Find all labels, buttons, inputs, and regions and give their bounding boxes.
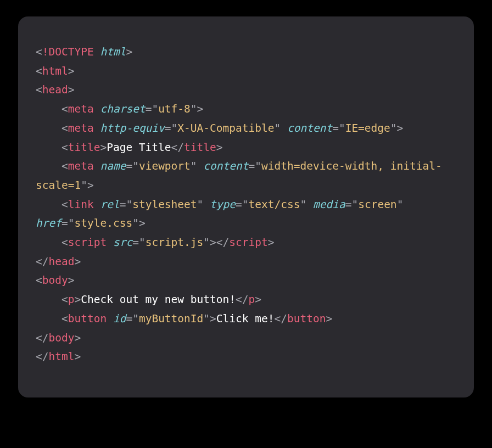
line-title: <title>Page Title</title>: [36, 141, 223, 154]
line-button: <button id="myButtonId">Click me!</butto…: [36, 312, 332, 325]
line-head-close: </head>: [36, 255, 81, 268]
code-snippet: <!DOCTYPE html> <html> <head> <meta char…: [18, 16, 474, 397]
line-body-close: </body>: [36, 332, 81, 344]
line-meta-charset: <meta charset="utf-8">: [36, 103, 203, 115]
line-link-css: <link rel="stylesheet" type="text/css" m…: [36, 198, 410, 230]
line-head-open: <head>: [36, 83, 74, 96]
line-meta-httpequiv: <meta http-equiv="X-UA-Compatible" conte…: [36, 122, 403, 135]
line-html-open: <html>: [36, 65, 74, 77]
line-meta-viewport: <meta name="viewport" content="width=dev…: [36, 160, 442, 192]
line-p: <p>Check out my new button!</p>: [36, 293, 261, 306]
line-html-close: </html>: [36, 350, 81, 363]
line-body-open: <body>: [36, 274, 74, 287]
line-doctype: <!DOCTYPE html>: [36, 46, 132, 58]
line-script-src: <script src="script.js"></script>: [36, 236, 275, 249]
